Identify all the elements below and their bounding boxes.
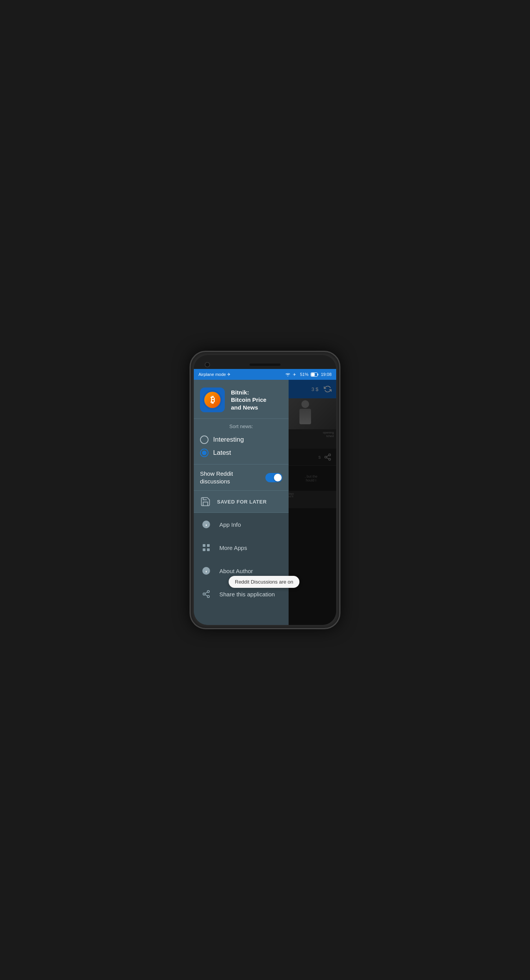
reddit-tooltip: Reddit Discussions are on bbox=[229, 576, 299, 588]
reddit-toggle-section: Show Redditdiscussions bbox=[194, 464, 289, 490]
interesting-radio[interactable] bbox=[200, 435, 209, 444]
reddit-toggle[interactable] bbox=[265, 473, 282, 482]
info-icon-1 bbox=[201, 519, 212, 530]
info-icon-2 bbox=[201, 565, 212, 576]
latest-label: Latest bbox=[213, 449, 231, 457]
toggle-label: Show Redditdiscussions bbox=[200, 470, 233, 485]
svg-rect-3 bbox=[318, 374, 318, 376]
status-right: ✈ 51% 19:08 bbox=[285, 372, 332, 377]
toggle-thumb bbox=[274, 474, 282, 481]
camera bbox=[205, 362, 210, 367]
save-for-later[interactable]: SAVED FOR LATER bbox=[194, 491, 289, 512]
sort-label: Sort news: bbox=[200, 423, 282, 429]
svg-rect-12 bbox=[203, 544, 205, 547]
more-apps-label: More Apps bbox=[219, 545, 247, 551]
svg-point-19 bbox=[207, 591, 210, 593]
share-menu-icon bbox=[201, 589, 212, 599]
app-title-line1: Bitnik: bbox=[231, 389, 249, 396]
svg-point-21 bbox=[207, 596, 210, 598]
menu-items: App Info More Apps bbox=[194, 513, 289, 625]
floppy-disk-icon bbox=[200, 496, 211, 507]
about-author-label: About Author bbox=[219, 568, 253, 574]
time: 19:08 bbox=[321, 372, 332, 377]
app-info-label: App Info bbox=[219, 521, 241, 528]
app-name: Bitnik: Bitcoin Price and News bbox=[231, 389, 267, 411]
main-screen: 3 $ bbox=[194, 380, 336, 625]
phone-screen: Airplane mode ✈ ✈ 51% 19:08 bbox=[194, 355, 336, 625]
svg-rect-2 bbox=[311, 373, 315, 376]
grid-icon bbox=[201, 542, 212, 553]
drawer-header: ₿ Bitnik: Bitcoin Price and News bbox=[194, 380, 289, 418]
sort-latest[interactable]: Latest bbox=[200, 446, 282, 459]
battery-percent: 51% bbox=[300, 372, 308, 377]
sort-interesting[interactable]: Interesting bbox=[200, 433, 282, 446]
tooltip-text: Reddit Discussions are on bbox=[235, 579, 293, 585]
svg-text:✈: ✈ bbox=[293, 372, 296, 377]
status-left: Airplane mode ✈ bbox=[198, 372, 231, 377]
battery-icon bbox=[311, 372, 318, 377]
menu-app-info[interactable]: App Info bbox=[194, 513, 289, 536]
bitcoin-symbol: ₿ bbox=[210, 395, 215, 405]
latest-radio[interactable] bbox=[200, 449, 209, 457]
airplane-mode-text: Airplane mode ✈ bbox=[198, 372, 231, 377]
svg-line-23 bbox=[205, 592, 207, 594]
svg-rect-14 bbox=[203, 548, 205, 551]
radio-selected-dot bbox=[202, 451, 207, 455]
save-label: SAVED FOR LATER bbox=[217, 499, 267, 505]
svg-line-22 bbox=[205, 594, 207, 596]
phone-device: Airplane mode ✈ ✈ 51% 19:08 bbox=[190, 351, 340, 629]
svg-rect-15 bbox=[207, 548, 210, 551]
menu-more-apps[interactable]: More Apps bbox=[194, 536, 289, 559]
speaker bbox=[250, 364, 280, 366]
navigation-drawer: ₿ Bitnik: Bitcoin Price and News bbox=[194, 380, 289, 625]
airplane-status-icon: ✈ bbox=[293, 372, 297, 377]
app-title-line3: and News bbox=[231, 404, 258, 411]
svg-point-20 bbox=[203, 593, 205, 595]
svg-rect-13 bbox=[207, 544, 210, 547]
status-bar: Airplane mode ✈ ✈ 51% 19:08 bbox=[194, 369, 336, 380]
wifi-icon bbox=[285, 372, 291, 377]
interesting-label: Interesting bbox=[213, 436, 244, 444]
share-label: Share this application bbox=[219, 591, 275, 598]
sort-section: Sort news: Interesting Latest bbox=[194, 419, 289, 464]
app-title-line2: Bitcoin Price bbox=[231, 396, 267, 403]
app-icon: ₿ bbox=[200, 388, 225, 412]
